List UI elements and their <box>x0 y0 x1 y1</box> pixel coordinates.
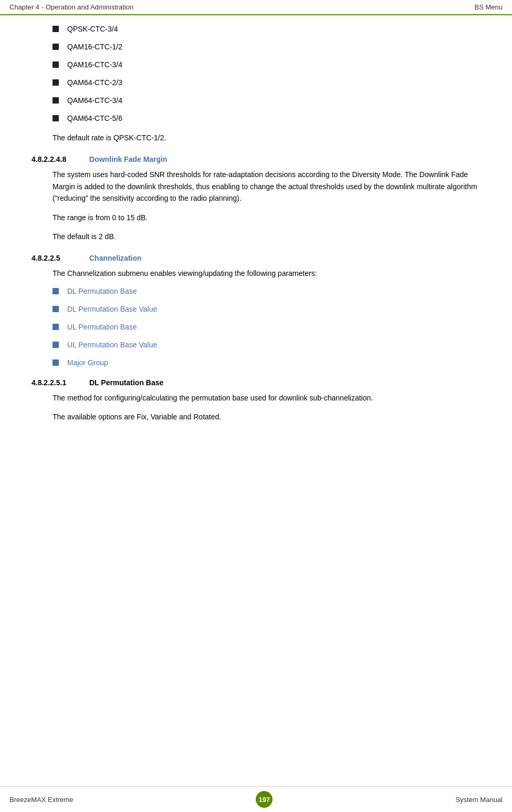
bullet-label: QAM64-CTC-3/4 <box>67 96 122 105</box>
section-downlink-fade-margin: 4.8.2.2.4.8 Downlink Fade Margin <box>32 155 480 163</box>
section-number-dl-perm: 4.8.2.2.5.1 <box>32 378 89 387</box>
footer-product-name: BreezeMAX Extreme <box>9 796 73 804</box>
dl-permutation-base-value-link[interactable]: DL Permutation Base Value <box>67 305 157 313</box>
bullet-icon <box>53 324 59 330</box>
bullets-top-list: QPSK-CTC-3/4 QAM16-CTC-1/2 QAM16-CTC-3/4… <box>32 25 480 122</box>
header-chapter: Chapter 4 - Operation and Administration <box>9 3 133 11</box>
list-item: QAM64-CTC-3/4 <box>32 96 480 105</box>
default-rate-note: The default rate is QPSK-CTC-1/2. <box>32 132 480 143</box>
bullet-label: QAM16-CTC-3/4 <box>67 60 122 69</box>
list-item: QAM64-CTC-5/6 <box>32 114 480 122</box>
page-content: QPSK-CTC-3/4 QAM16-CTC-1/2 QAM16-CTC-3/4… <box>0 15 512 462</box>
downlink-para3: The default is 2 dB. <box>32 231 480 242</box>
list-item: UL Permutation Base <box>32 323 480 331</box>
bullet-icon <box>53 359 59 366</box>
dl-perm-para2: The available options are Fix, Variable … <box>32 411 480 423</box>
ul-permutation-base-link[interactable]: UL Permutation Base <box>67 323 137 331</box>
bullet-icon <box>53 61 59 68</box>
section-channelization: 4.8.2.2.5 Channelization <box>32 254 480 262</box>
bullet-label: QPSK-CTC-3/4 <box>67 25 118 33</box>
bullet-label: QAM64-CTC-5/6 <box>67 114 122 122</box>
bullet-label: QAM16-CTC-1/2 <box>67 43 122 51</box>
bullet-icon <box>53 26 59 32</box>
section-title-dl-perm: DL Permutation Base <box>89 378 163 387</box>
list-item: DL Permutation Base <box>32 287 480 295</box>
dl-perm-para1: The method for configuring/calculating t… <box>32 392 480 404</box>
list-item: Major Group <box>32 358 480 367</box>
bullet-icon <box>53 288 59 294</box>
page-footer: BreezeMAX Extreme 197 System Manual <box>0 786 512 812</box>
channelization-intro: The Channelization submenu enables viewi… <box>32 268 480 279</box>
ul-permutation-base-value-link[interactable]: UL Permutation Base Value <box>67 341 157 349</box>
bullet-icon <box>53 342 59 348</box>
footer-manual-name: System Manual <box>455 796 503 804</box>
channelization-bullets-list: DL Permutation Base DL Permutation Base … <box>32 287 480 367</box>
bullet-icon <box>53 97 59 104</box>
header-section: BS Menu <box>475 3 503 11</box>
bullet-icon <box>53 306 59 312</box>
section-number-channelization: 4.8.2.2.5 <box>32 254 89 262</box>
list-item: DL Permutation Base Value <box>32 305 480 313</box>
section-title-channelization: Channelization <box>89 254 142 262</box>
section-dl-perm-base: 4.8.2.2.5.1 DL Permutation Base <box>32 378 480 387</box>
list-item: QPSK-CTC-3/4 <box>32 25 480 33</box>
bullet-icon <box>53 79 59 86</box>
downlink-para1: The system uses hard-coded SNR threshold… <box>32 169 480 204</box>
list-item: UL Permutation Base Value <box>32 341 480 349</box>
section-number-downlink: 4.8.2.2.4.8 <box>32 155 89 163</box>
list-item: QAM16-CTC-1/2 <box>32 43 480 51</box>
bullet-label: QAM64-CTC-2/3 <box>67 78 122 87</box>
dl-permutation-base-link[interactable]: DL Permutation Base <box>67 287 137 295</box>
bullet-icon <box>53 44 59 50</box>
major-group-link[interactable]: Major Group <box>67 358 108 367</box>
list-item: QAM16-CTC-3/4 <box>32 60 480 69</box>
page-header: Chapter 4 - Operation and Administration… <box>0 0 512 15</box>
downlink-para2: The range is from 0 to 15 dB. <box>32 212 480 223</box>
list-item: QAM64-CTC-2/3 <box>32 78 480 87</box>
footer-page-number: 197 <box>256 791 273 808</box>
section-title-downlink: Downlink Fade Margin <box>89 155 168 163</box>
bullet-icon <box>53 115 59 121</box>
